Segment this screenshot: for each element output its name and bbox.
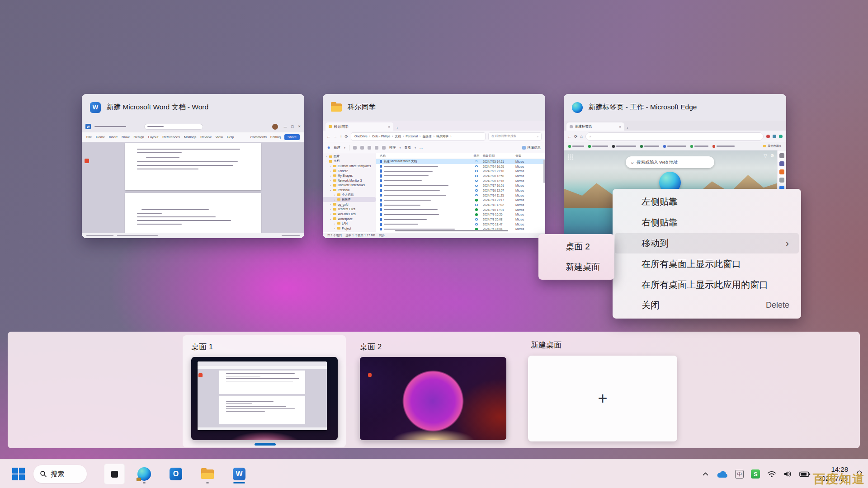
ime-indicator[interactable]: 中 (735, 470, 744, 479)
tree-arrow-icon: › (333, 198, 336, 201)
taskbar-search[interactable]: 搜索 (33, 465, 87, 483)
folder-mini-icon (333, 169, 336, 172)
word-avatar (272, 124, 278, 130)
word-mini-icon: W (85, 124, 91, 129)
desktop-2-thumbnail[interactable] (360, 357, 506, 440)
table-row: 2024/7/11 17:02Micros (376, 202, 545, 207)
file-name: 新建 Microsoft Word 文档 (384, 160, 417, 164)
taskbar-outlook-button[interactable]: O (165, 464, 186, 484)
menu-item-snap-left[interactable]: 左侧贴靠 (613, 192, 801, 212)
task-view-button[interactable] (104, 464, 125, 484)
home-icon: ⌂ (580, 134, 583, 139)
folder-mini-icon (333, 174, 336, 177)
window-card-explorer[interactable]: 科尔同学 科尔同学 ✕ + —▢✕ ← → ↑ ⟳ OneDrive›Cole … (323, 94, 545, 238)
cut-icon (353, 146, 357, 150)
waffle-menu-icon (568, 154, 574, 160)
menu-item-move-to[interactable]: 移动到 › (615, 233, 799, 254)
text-line-blur (137, 220, 231, 221)
taskbar-explorer-button[interactable] (197, 464, 218, 484)
window-card-word[interactable]: W 新建 Microsoft Word 文档 - Word W —▢✕ File… (82, 94, 304, 238)
file-type: Micros (515, 165, 545, 168)
sidebar-item-label: 图片 (334, 155, 340, 159)
table-row: 2024/7/8 20:08Micros (376, 217, 545, 222)
word-comments-label: Comments (250, 135, 267, 139)
text-line-blur (137, 152, 182, 153)
favicon (663, 145, 666, 148)
file-type: Micros (515, 174, 545, 178)
submenu-item-desktop-2[interactable]: 桌面 2 (538, 236, 614, 257)
submenu-item-new-desktop[interactable]: 新建桌面 (538, 257, 614, 277)
file-name-blur (384, 185, 448, 186)
sidebar-item: ⌄Personal (323, 188, 376, 192)
date-modified: 2024/7/13 21:17 (483, 198, 515, 202)
onedrive-icon[interactable] (716, 470, 728, 478)
favorite-label-blur (592, 145, 608, 147)
date-modified: 2024/7/9 16:26 (483, 213, 515, 216)
page-settings-icon: ⚙ (770, 153, 774, 158)
ribbon-tab-review: Review (200, 135, 212, 139)
text-line-blur (137, 165, 233, 166)
menu-item-show-on-all-desktops[interactable]: 在所有桌面上显示此窗口 (613, 253, 801, 274)
battery-icon[interactable] (799, 471, 811, 478)
check-status-icon (475, 208, 478, 211)
tab-close-icon: ✕ (388, 125, 390, 128)
favorite-item (690, 145, 708, 148)
taskbar-edge-button[interactable] (134, 464, 155, 484)
refresh-icon: ⟳ (574, 134, 578, 139)
date-modified: 2024/7/17 16:01 (483, 184, 515, 187)
explorer-sidebar: ›图片⌄文档›Custom Office Templates›Folder2›M… (323, 153, 376, 232)
sidebar-item: ›Folder2 (323, 169, 376, 174)
sidebar-item-label: Network Monitor 3 (338, 179, 362, 182)
favorite-item (612, 145, 636, 148)
volume-icon[interactable] (783, 470, 792, 478)
sidebar-item: ›图片 (323, 154, 376, 159)
favorite-item (712, 145, 735, 148)
favorite-item (640, 145, 659, 148)
word-share-button: Share (284, 134, 300, 140)
sidebar-item-label: qq_gxfd (338, 203, 348, 206)
hidden-icons-chevron[interactable] (702, 471, 709, 477)
file-name-blur (384, 166, 438, 167)
desktop-1-thumbnail[interactable] (191, 357, 338, 440)
edge-icon (137, 467, 151, 481)
sidebar-item: ⌄Workspace (323, 216, 376, 221)
folder-mini-icon (333, 213, 336, 216)
menu-item-close[interactable]: 关闭 Delete (613, 295, 801, 316)
new-tab-icon: + (626, 126, 628, 131)
text-line-blur (137, 224, 182, 225)
file-type: Micros (515, 223, 545, 226)
running-indicator (206, 482, 209, 483)
folder-icon (331, 103, 342, 112)
work-briefcase-badge (137, 478, 141, 481)
tree-arrow-icon: ⌄ (329, 217, 332, 220)
breadcrumb-segment: Personal (406, 135, 418, 138)
search-icon (40, 470, 47, 478)
start-button[interactable] (8, 464, 29, 484)
sync-status-icon: ↻ (475, 160, 477, 163)
new-desktop-button[interactable]: + (528, 356, 677, 441)
breadcrumb-segment: Cole - Philips (372, 135, 390, 138)
file-type: Micros (515, 218, 545, 221)
wifi-icon[interactable] (767, 470, 776, 478)
favicon (690, 145, 693, 148)
sidebar-item-label: 文档 (334, 159, 340, 163)
favorite-label-blur (644, 145, 659, 147)
file-type: Micros (515, 160, 545, 163)
window-context-menu: 左侧贴靠 右侧贴靠 移动到 › 在所有桌面上显示此窗口 在所有桌面上显示此应用的… (613, 189, 801, 319)
table-row: 2024/7/9 16:26Micros (376, 212, 545, 217)
green-s-app-icon[interactable]: S (751, 469, 760, 479)
breadcrumb-segment: 科尔同学 (436, 134, 448, 139)
breadcrumb-separator: › (434, 135, 434, 138)
folder-mini-icon (333, 217, 336, 220)
menu-item-snap-right[interactable]: 右侧贴靠 (613, 212, 801, 233)
explorer-tab: 科尔同学 ✕ (326, 122, 393, 131)
menu-item-show-app-windows-on-all-desktops[interactable]: 在所有桌面上显示此应用的窗口 (613, 274, 801, 295)
taskbar-word-button[interactable]: W (229, 464, 250, 484)
desktop1-word-window (198, 361, 327, 430)
word-doc-icon (380, 203, 382, 206)
word-doc-icon (380, 160, 382, 163)
word-search-box (144, 124, 203, 130)
back-icon: ← (326, 134, 330, 139)
sidebar-item-label: Workspace (338, 217, 353, 221)
folder-mini-icon (333, 189, 336, 192)
